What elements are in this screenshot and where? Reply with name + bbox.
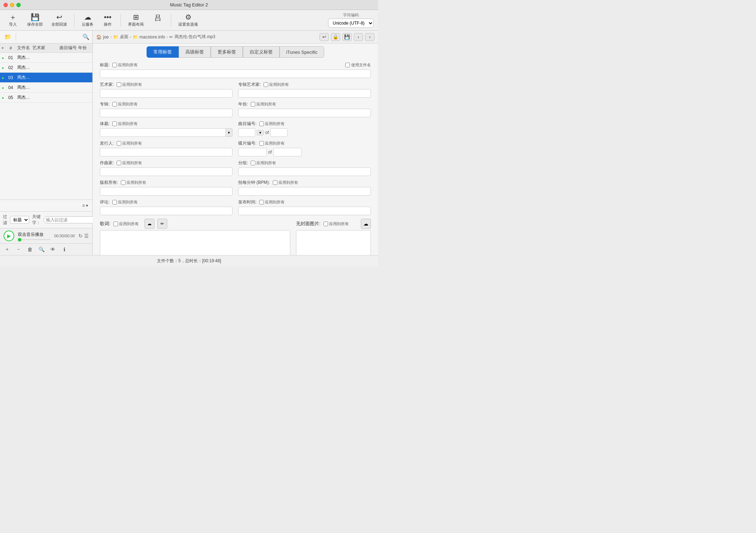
disc-apply-checkbox[interactable] [259,141,264,146]
genre-input[interactable] [100,128,226,137]
preview-button[interactable]: 👁 [48,245,57,254]
file-row-1[interactable]: ● 01 周杰伦-不爱... [0,53,92,63]
file-row-5[interactable]: ● 05 周杰伦-晴天.... [0,93,92,103]
play-button[interactable]: ▶ [4,231,14,241]
title-apply-checkbox[interactable] [112,63,117,67]
file-row-4[interactable]: ● 04 周杰伦-青花瓷... [0,83,92,93]
maximize-button[interactable] [16,3,21,7]
save-button[interactable]: 💾 [342,33,352,41]
close-button[interactable] [4,3,8,7]
lyrics-apply-check: 应用到所有 [113,221,139,227]
file-num-1: 01 [6,55,16,60]
next-button[interactable]: › [365,33,374,41]
file-name-3: 周杰伦-告白... [16,74,32,81]
add-file-button[interactable]: ＋ [3,245,11,254]
release-apply-checkbox[interactable] [259,200,264,205]
folder-icon[interactable]: 📁 [3,33,13,41]
tab-custom[interactable]: 自定义标签 [243,46,280,58]
player-bar: ▶ 双击音乐播放 00:00/00:00 ↻ ☰ [0,228,92,243]
tab-more[interactable]: 更多标签 [211,46,243,58]
disc-num-row: of [238,148,371,156]
copyright-input[interactable] [100,187,233,196]
artist-apply-checkbox[interactable] [117,82,121,87]
undo-button[interactable]: ↩ [320,33,329,41]
album-artist-input[interactable] [238,89,371,98]
album-artist-label: 专辑艺术家: [238,82,261,88]
filter-select[interactable]: 标题 [10,216,29,224]
player-title: 双击音乐播放 [18,232,51,238]
composer-apply-checkbox[interactable] [117,161,121,165]
cloud-button[interactable]: ☁ 云服务 [79,12,96,29]
track-apply-check: 应用到所有 [259,121,285,126]
lyrics-apply-checkbox[interactable] [113,222,118,226]
group-input[interactable] [238,167,371,176]
lyrics-edit-button[interactable]: ✏ [157,219,167,229]
search-file-button[interactable]: 🔍 [37,245,46,254]
minimize-button[interactable] [10,3,14,7]
publisher-apply-checkbox[interactable] [117,141,121,146]
title-field: 标题: 应用到所有 使用文件名 [100,62,371,78]
breadcrumb-edit-icon: ✏ [169,35,173,40]
genre-apply-checkbox[interactable] [112,121,117,126]
genre-dropdown-btn[interactable]: ▾ [226,128,233,137]
save-all-button[interactable]: 💾 保存全部 [24,12,46,29]
tab-advanced[interactable]: 高级标签 [179,46,211,58]
file-row-3[interactable]: ● 03 周杰伦-告白... [0,73,92,83]
repeat-icon[interactable]: ↻ [78,233,83,239]
tab-itunes[interactable]: iTunes Specific [280,46,325,58]
copyright-apply-checkbox[interactable] [121,180,126,185]
file-row-2[interactable]: ● 02 周杰伦-说好... [0,63,92,73]
encoding-select[interactable]: Unicode (UTF-8) [328,19,374,28]
layout-button[interactable]: ⊞ 界面布局 [125,12,147,29]
title-label-row: 标题: 应用到所有 使用文件名 [100,62,371,68]
tab-common[interactable]: 常用标签 [147,46,179,58]
info-button[interactable]: ℹ [60,245,68,254]
rollback-button[interactable]: ↩ 全部回滚 [48,12,70,29]
track-dropdown-btn[interactable]: ▾ [257,130,264,135]
publisher-input[interactable] [100,148,233,156]
prev-button[interactable]: ‹ [354,33,363,41]
year-apply-checkbox[interactable] [251,102,255,107]
comment-apply-checkbox[interactable] [112,200,117,205]
lock-button[interactable]: 🔒 [331,33,340,41]
track-total-input[interactable] [270,128,287,137]
group-apply-check: 应用到所有 [251,160,276,166]
playlist-icon[interactable]: ☰ [84,233,89,239]
disc-num-input[interactable] [238,148,267,156]
album-artist-apply-checkbox[interactable] [264,82,268,87]
delete-file-button[interactable]: 🗑 [26,245,34,254]
lyrics-textarea[interactable] [100,230,290,255]
comment-release-row: 评论: 应用到所有 发布时间: 应用到所有 [100,199,371,215]
export-button[interactable]: 吕 [149,13,167,28]
use-filename-checkbox[interactable] [345,63,350,67]
settings-button[interactable]: ⚙ 设置首选项 [175,12,201,29]
album-input[interactable] [100,109,233,117]
disc-total-input[interactable] [273,148,302,156]
track-num-input[interactable] [238,128,255,137]
file-num-2: 02 [6,65,16,70]
breadcrumb-file: 周杰伦-告白气球.mp3 [174,34,215,40]
album-apply-checkbox[interactable] [112,102,117,107]
app-title: Music Tag Editor 2 [170,2,208,7]
ops-button[interactable]: ••• 操作 [99,12,116,29]
sort-button[interactable]: ≡ ▾ [81,201,90,210]
remove-file-button[interactable]: － [14,245,23,254]
title-label: 标题: [100,62,109,68]
lyrics-upload-button[interactable]: ☁ [144,219,154,229]
comment-input[interactable] [100,207,233,215]
track-apply-checkbox[interactable] [259,121,264,126]
bpm-input[interactable] [238,187,371,196]
bpm-apply-checkbox[interactable] [273,180,277,185]
search-toggle-button[interactable]: 🔍 [82,33,90,40]
release-field: 发布时间: 应用到所有 [238,199,371,215]
group-apply-checkbox[interactable] [251,161,255,165]
year-input[interactable] [238,109,371,117]
release-input[interactable] [238,207,371,215]
composer-input[interactable] [100,167,233,176]
title-input[interactable] [100,69,371,78]
import-button[interactable]: ＋ 导入 [4,12,21,29]
footer-actions: ＋ － 🗑 🔍 👁 ℹ [0,243,92,255]
cover-upload-button[interactable]: ☁ [361,219,371,229]
artist-input[interactable] [100,89,233,98]
cover-apply-checkbox[interactable] [323,222,328,226]
